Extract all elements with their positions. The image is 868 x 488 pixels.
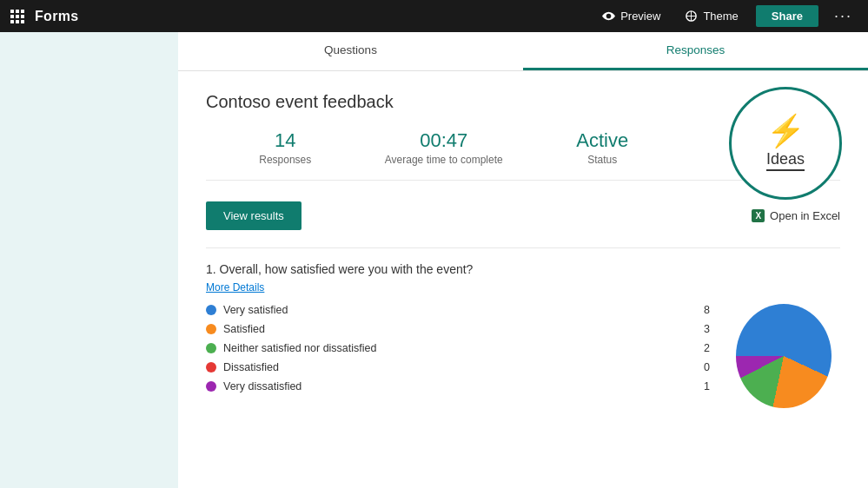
main-area: Questions Responses Contoso event feedba… xyxy=(0,32,868,488)
stat-responses-label: Responses xyxy=(206,154,365,166)
stat-time-label: Average time to complete xyxy=(365,154,524,166)
question-number: 1. xyxy=(206,262,216,276)
legend-label: Very satisfied xyxy=(223,304,682,316)
legend-label: Neither satisfied nor dissatisfied xyxy=(223,342,682,354)
side-left xyxy=(0,32,178,488)
open-excel-button[interactable]: X Open in Excel xyxy=(752,209,840,222)
apps-icon[interactable] xyxy=(10,10,24,23)
theme-label: Theme xyxy=(703,10,738,23)
legend-dot xyxy=(206,343,216,353)
preview-button[interactable]: Preview xyxy=(595,6,667,26)
tab-responses[interactable]: Responses xyxy=(523,32,868,70)
legend-dot xyxy=(206,305,216,315)
legend-count: 2 xyxy=(696,342,710,354)
stat-status-label: Status xyxy=(523,154,682,166)
chart-area: Very satisfied 8 Satisfied 3 Neither sat… xyxy=(206,304,840,408)
view-results-button[interactable]: View results xyxy=(206,201,301,230)
bolt-icon: ⚡ xyxy=(766,115,805,147)
stat-time-value: 00:47 xyxy=(365,129,524,152)
legend-item: Dissatisfied 0 xyxy=(206,361,710,373)
legend-label: Dissatisfied xyxy=(223,361,682,373)
stat-status-value: Active xyxy=(523,129,682,152)
legend-dot xyxy=(206,324,216,334)
brand-name: Forms xyxy=(35,9,78,24)
eye-icon xyxy=(602,10,615,23)
theme-icon xyxy=(685,10,698,23)
open-excel-label: Open in Excel xyxy=(770,209,840,222)
tab-questions[interactable]: Questions xyxy=(178,32,523,70)
question-block: 1. Overall, how satisfied were you with … xyxy=(206,247,840,408)
legend-dot xyxy=(206,362,216,373)
chart-legend: Very satisfied 8 Satisfied 3 Neither sat… xyxy=(206,304,710,408)
legend-item: Very dissatisfied 1 xyxy=(206,380,710,392)
legend-count: 1 xyxy=(696,380,710,392)
legend-label: Satisfied xyxy=(223,323,682,335)
legend-count: 3 xyxy=(696,323,710,335)
ideas-label: Ideas xyxy=(766,150,805,171)
legend-count: 8 xyxy=(696,304,710,316)
stat-responses: 14 Responses xyxy=(206,129,365,166)
pie-chart xyxy=(727,304,840,408)
waffle-grid xyxy=(10,10,24,23)
question-text: Overall, how satisfied were you with the… xyxy=(220,262,474,276)
tabs: Questions Responses xyxy=(178,32,868,71)
legend-count: 0 xyxy=(696,361,710,373)
legend-item: Very satisfied 8 xyxy=(206,304,710,316)
more-button[interactable]: ··· xyxy=(829,5,858,27)
legend-item: Satisfied 3 xyxy=(206,323,710,335)
share-button[interactable]: Share xyxy=(756,5,818,27)
legend-item: Neither satisfied nor dissatisfied 2 xyxy=(206,342,710,354)
question-title: 1. Overall, how satisfied were you with … xyxy=(206,262,840,276)
stat-responses-value: 14 xyxy=(206,129,365,152)
more-details-link[interactable]: More Details xyxy=(206,281,840,293)
preview-label: Preview xyxy=(620,10,660,23)
actions-row: View results X Open in Excel xyxy=(206,201,840,230)
excel-icon: X xyxy=(752,209,765,222)
legend-label: Very dissatisfied xyxy=(223,380,682,392)
pie-conic xyxy=(736,304,832,408)
stat-status: Active Status xyxy=(523,129,682,166)
legend-dot xyxy=(206,381,216,392)
ideas-overlay[interactable]: ⚡ Ideas xyxy=(729,87,842,200)
navbar: Forms Preview Theme Share ··· xyxy=(0,0,868,32)
theme-button[interactable]: Theme xyxy=(678,6,745,26)
stat-time: 00:47 Average time to complete xyxy=(365,129,524,166)
